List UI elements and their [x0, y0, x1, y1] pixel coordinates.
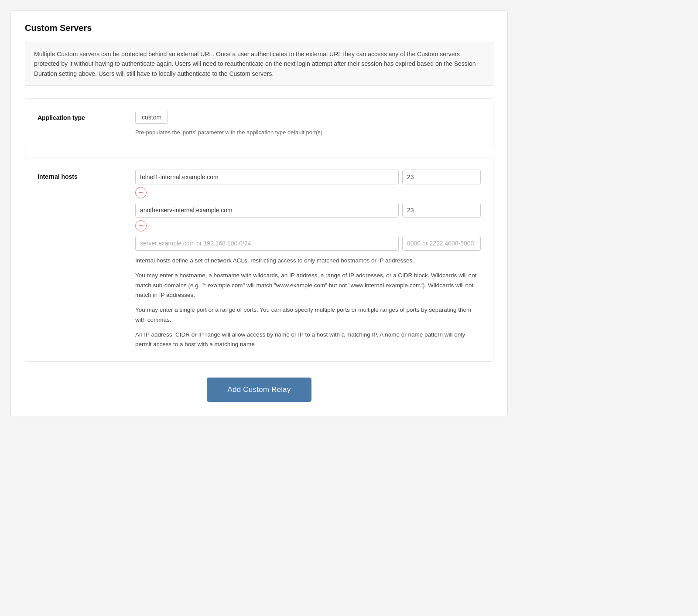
host-entry-row-2 — [135, 203, 481, 218]
remove-row-1: − — [135, 186, 481, 198]
port-input-1[interactable] — [402, 170, 481, 184]
internal-hosts-section: Internal hosts − − — [25, 157, 493, 362]
add-custom-relay-button[interactable]: Add Custom Relay — [207, 378, 312, 402]
hosts-desc-2: You may enter a hostname, a hostname wit… — [135, 271, 481, 300]
application-type-content: custom Pre-populates the 'ports' paramet… — [135, 111, 481, 136]
application-type-hint: Pre-populates the 'ports' parameter with… — [135, 129, 481, 136]
port-input-empty[interactable] — [402, 236, 481, 251]
host-input-empty[interactable] — [135, 236, 399, 251]
port-input-2[interactable] — [402, 203, 481, 218]
page-title: Custom Servers — [25, 23, 493, 33]
internal-hosts-content: − − Internal hosts define a set of — [135, 170, 481, 349]
info-box: Multiple Custom servers can be protected… — [25, 42, 493, 86]
application-type-button[interactable]: custom — [135, 111, 168, 124]
remove-row-2: − — [135, 219, 481, 231]
application-type-row: Application type custom Pre-populates th… — [38, 111, 481, 136]
hosts-desc-3: You may enter a single port or a range o… — [135, 305, 481, 325]
application-type-label: Application type — [38, 111, 125, 121]
info-text: Multiple Custom servers can be protected… — [34, 51, 476, 77]
remove-host-2-button[interactable]: − — [135, 220, 147, 231]
application-type-section: Application type custom Pre-populates th… — [25, 98, 493, 148]
hosts-desc-1: Internal hosts define a set of network A… — [135, 256, 481, 265]
host-input-1[interactable] — [135, 170, 399, 184]
page-container: Custom Servers Multiple Custom servers c… — [10, 10, 508, 416]
internal-hosts-label: Internal hosts — [38, 170, 125, 180]
remove-host-1-button[interactable]: − — [135, 187, 147, 198]
internal-hosts-row: Internal hosts − − — [38, 170, 481, 349]
host-input-2[interactable] — [135, 203, 399, 218]
host-entry-row-1 — [135, 170, 481, 184]
host-entry-row-empty — [135, 236, 481, 251]
footer-button-row: Add Custom Relay — [25, 378, 493, 402]
hosts-description: Internal hosts define a set of network A… — [135, 256, 481, 349]
hosts-desc-4: An IP address, CIDR or IP range will all… — [135, 330, 481, 350]
